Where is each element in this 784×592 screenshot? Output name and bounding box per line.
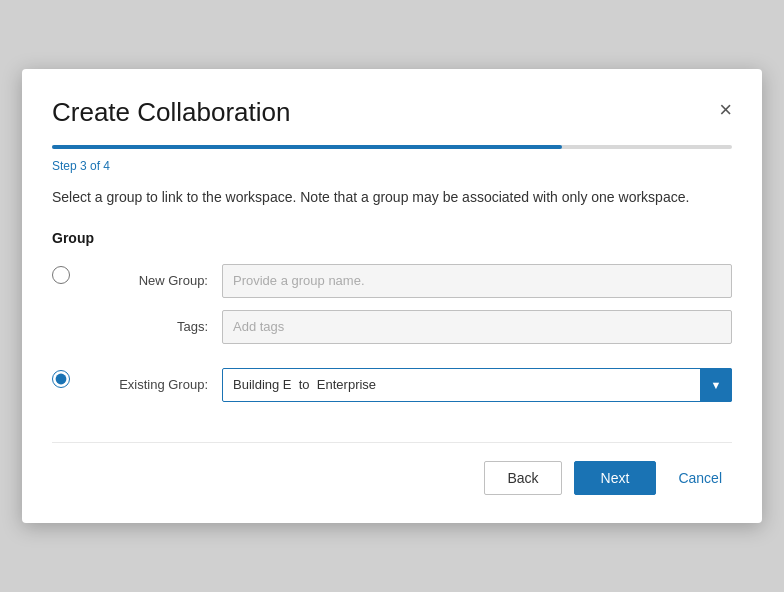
tags-row: Tags: [102, 310, 732, 344]
new-group-fields: New Group: Tags: [102, 264, 732, 344]
existing-group-radio-col [52, 368, 102, 392]
existing-group-label: Existing Group: [102, 377, 222, 392]
dialog-footer: Back Next Cancel [52, 442, 732, 495]
existing-group-fields: Existing Group: ▼ [102, 368, 732, 402]
back-button[interactable]: Back [484, 461, 561, 495]
progress-bar-container [52, 145, 732, 149]
group-options: New Group: Tags: Existing Group: [52, 264, 732, 402]
next-button[interactable]: Next [574, 461, 657, 495]
step-label: Step 3 of 4 [52, 159, 732, 173]
existing-group-select-wrapper: ▼ [222, 368, 732, 402]
new-group-label: New Group: [102, 273, 222, 288]
dialog-header: Create Collaboration × [52, 97, 732, 128]
new-group-radio[interactable] [52, 266, 70, 284]
cancel-button[interactable]: Cancel [668, 462, 732, 494]
dialog-title: Create Collaboration [52, 97, 290, 128]
group-section-label: Group [52, 230, 732, 246]
tags-label: Tags: [102, 319, 222, 334]
progress-bar-fill [52, 145, 562, 149]
new-group-name-row: New Group: [102, 264, 732, 298]
existing-group-option-row: Existing Group: ▼ [52, 368, 732, 402]
existing-group-row: Existing Group: ▼ [102, 368, 732, 402]
description-text: Select a group to link to the workspace.… [52, 187, 732, 208]
new-group-option-row: New Group: Tags: [52, 264, 732, 344]
new-group-radio-col [52, 264, 102, 288]
existing-group-radio[interactable] [52, 370, 70, 388]
create-collaboration-dialog: Create Collaboration × Step 3 of 4 Selec… [22, 69, 762, 522]
close-button[interactable]: × [719, 99, 732, 121]
new-group-name-input[interactable] [222, 264, 732, 298]
tags-input[interactable] [222, 310, 732, 344]
existing-group-select[interactable] [222, 368, 732, 402]
